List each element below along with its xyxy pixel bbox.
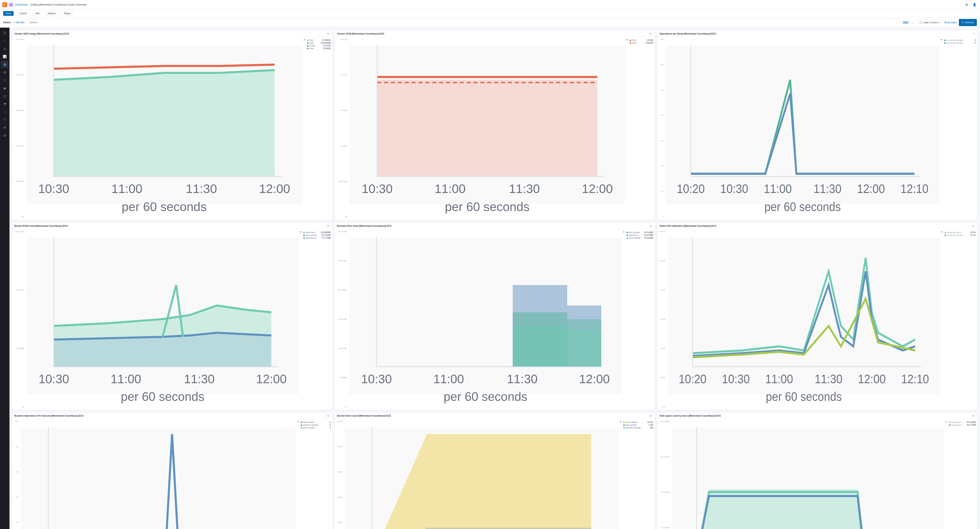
chart-expand-cpu[interactable]: ▶	[941, 231, 943, 408]
legend-value-gamesim-disk: 23.879MB	[641, 234, 653, 236]
y-axis-buckets-ops: 350300250200150100500	[14, 421, 19, 529]
sidebar-item-visualize[interactable]: 📊	[1, 53, 8, 60]
legend-node-cpu: 10.142.191.101:8... 30.0% 10.142.191.102…	[945, 231, 976, 408]
panel-ops-node-header: Operations per Node [Metricbeat Couchbas…	[657, 30, 977, 37]
svg-text:11:00: 11:00	[111, 372, 141, 386]
panel-ops-node-gear[interactable]: ↗	[972, 32, 975, 36]
legend-ops-node: 10.142.191.101:8091 0 10.142.191.102:809…	[944, 38, 976, 218]
legend-value-disk-node1: 85.221MB	[964, 421, 976, 423]
chart-expand-buckets-disk[interactable]: ▶	[623, 231, 625, 408]
sidebar-item-canvas[interactable]: ⊞	[1, 69, 8, 76]
legend-dot-travel-disk	[627, 237, 628, 239]
legend-label-travel-ops: travel-sample	[303, 427, 318, 429]
panel-cluster-ram-gear[interactable]: ⚙	[649, 32, 652, 36]
svg-text:12:00: 12:00	[857, 182, 885, 196]
time-picker[interactable]: 🕐 Last 2 hours ▾	[917, 19, 942, 26]
svg-text:per 60 seconds: per 60 seconds	[764, 200, 841, 214]
app-icon	[9, 2, 13, 7]
panel-bucket-item-header: Bucket Item Count [Metricbeat Couchbase]…	[335, 412, 655, 419]
legend-value-free: 73.959GB	[319, 39, 331, 41]
sidebar-item-dashboard[interactable]: ▦	[1, 61, 8, 68]
sidebar-item-siem[interactable]: 🛡	[1, 116, 8, 123]
breadcrumb-dashboard[interactable]: Dashboard	[15, 3, 28, 6]
svg-text:10:20: 10:20	[677, 182, 705, 196]
chart-expand-buckets-ops[interactable]: ▶	[298, 421, 299, 529]
legend-value-travel-disk: 63.301MB	[641, 237, 653, 239]
user-avatar-button[interactable]: 👤	[971, 2, 978, 8]
sidebar-item-discover[interactable]: ◎	[1, 45, 8, 52]
query-options-icon[interactable]: ⌄	[912, 21, 915, 24]
refresh-button[interactable]: ↻ Refresh	[959, 19, 977, 26]
chevron-down-icon: ▾	[939, 21, 940, 24]
panel-node-cpu-title: Node CPU Utilization [Metricbeat Couchba…	[660, 225, 716, 227]
sidebar-item-apm[interactable]: ❤	[1, 100, 8, 107]
legend-value-used-ram: 3.691GB	[641, 42, 653, 44]
panel-buckets-ops-gear[interactable]: ⚙	[326, 414, 330, 418]
panel-buckets-ops-title: Buckets Operations Per Second [Metricbea…	[14, 414, 84, 417]
show-dates-button[interactable]: Show dates	[944, 21, 957, 24]
legend-value-beer-disk: 82.518MB	[641, 231, 653, 234]
chart-expand-ram[interactable]: ▶	[627, 38, 628, 218]
breadcrumb: Dashboard / Editing [Metricbeat Couchbas…	[15, 3, 86, 6]
panel-cluster-hdd-body: 93.132GB74.506GB55.879GB37.253GB18.626GB…	[12, 37, 332, 220]
chart-expand-bucket-item[interactable]: ▶	[620, 421, 622, 529]
kql-badge[interactable]: KQL	[902, 21, 910, 24]
chart-expand-hdd[interactable]: ▶	[304, 38, 305, 218]
settings-button[interactable]: ⚙	[963, 2, 970, 8]
search-input-wrap[interactable]	[27, 19, 899, 26]
sidebar-item-home[interactable]: ⌂	[1, 37, 8, 44]
legend-item-travel-disk: travel-sample 63.301MB	[627, 237, 653, 239]
svg-text:10:30: 10:30	[722, 372, 750, 386]
panel-bucket-ram-gear[interactable]: ⚙	[326, 224, 330, 228]
chart-expand-disk-docs[interactable]: ▶	[946, 421, 947, 529]
chart-expand-bucket-ram[interactable]: ▶	[300, 231, 302, 408]
sidebar-item-menu[interactable]: ☰	[1, 29, 8, 37]
legend-label-node2: 10.142.191.102:8091	[947, 42, 963, 44]
legend-label-used-ram: Used	[632, 42, 641, 44]
sidebar-item-infrastructure[interactable]: ◫	[1, 92, 8, 100]
panel-bucket-item-body: 35,00030,00025,00020,00015,00010,0005,00…	[335, 419, 655, 529]
svg-text:11:30: 11:30	[507, 372, 538, 386]
sidebar-item-ml[interactable]: ◉	[1, 84, 8, 92]
panel-node-cpu-gear[interactable]: ⚙	[972, 224, 975, 228]
panel-disk-space-docs-gear[interactable]: ⚙	[972, 414, 975, 418]
add-filter-button[interactable]: + Add filter	[13, 21, 25, 24]
y-axis-disk-docs: 238.419MB190.735MB143.051MB95.367MB47.68…	[659, 421, 670, 529]
panel-cluster-hdd-gear[interactable]: ⚙	[326, 32, 330, 36]
save-button[interactable]: Save	[3, 11, 14, 16]
sidebar-item-maps[interactable]: ⬡	[1, 76, 8, 84]
y-axis-bucket-ram: 143.051MB95.367MB47.684MB0B	[14, 231, 25, 408]
sidebar-item-management[interactable]: ⚙	[1, 132, 8, 139]
svg-text:per 60 seconds: per 60 seconds	[444, 390, 527, 403]
svg-text:11:30: 11:30	[509, 182, 540, 196]
panel-disk-space-docs-body: 238.419MB190.735MB143.051MB95.367MB47.68…	[657, 419, 977, 529]
legend-item-cluster: Cluster 4.721GB	[307, 45, 331, 47]
legend-label-disk-node1: 10.142.191.1...	[951, 421, 963, 423]
panel-buckets-disk-gear[interactable]: ⚙	[649, 224, 652, 228]
svg-text:per 60 seconds: per 60 seconds	[122, 200, 207, 214]
svg-text:per 60 seconds: per 60 seconds	[766, 390, 842, 403]
panel-ops-node: Operations per Node [Metricbeat Couchbas…	[657, 30, 978, 220]
cancel-button[interactable]: Cancel	[17, 11, 29, 16]
panel-buckets-disk-header: Buckets Disk Used [Metricbeat Couchbase]…	[335, 222, 655, 229]
legend-dot-disk-node2	[949, 424, 951, 426]
legend-item-node2: 10.142.191.102:8091 0	[944, 42, 976, 44]
refresh-icon: ↻	[962, 21, 964, 24]
panel-bucket-item-gear[interactable]: ⚙	[649, 414, 652, 418]
svg-text:12:00: 12:00	[579, 372, 609, 386]
options-button[interactable]: Options	[45, 11, 58, 16]
sidebar-item-devtools[interactable]: ⚒	[1, 124, 8, 131]
panel-cluster-ram: Cluster RAM [Metricbeat Couchbase] ECS ⚙…	[334, 30, 655, 220]
legend-item-beer-count: beer-sample 7,303	[623, 424, 653, 426]
main-layout: ☰ ⌂ ◎ 📊 ▦ ⊞ ⬡ ◉ ◫ ❤ ◌ 🛡 ⚒ ⚙ Cluster HDD …	[0, 28, 980, 529]
sidebar-item-uptime[interactable]: ◌	[1, 108, 8, 115]
add-button[interactable]: Add	[33, 11, 42, 16]
share-button[interactable]: Share	[61, 11, 73, 16]
legend-value-total-ram: 3.91GB	[641, 39, 653, 41]
chart-buckets-ops: 10:30 11:00 11:30 12:00 per 60 seconds	[21, 421, 296, 529]
search-input[interactable]	[29, 21, 897, 24]
panel-disk-space-docs-header: Disk space used by docs [Metricbeat Couc…	[657, 412, 977, 419]
kibana-logo	[2, 2, 7, 7]
chart-expand-ops[interactable]: ▶	[941, 38, 942, 218]
legend-label-disk-node2: 10.142.191.1...	[951, 424, 963, 426]
